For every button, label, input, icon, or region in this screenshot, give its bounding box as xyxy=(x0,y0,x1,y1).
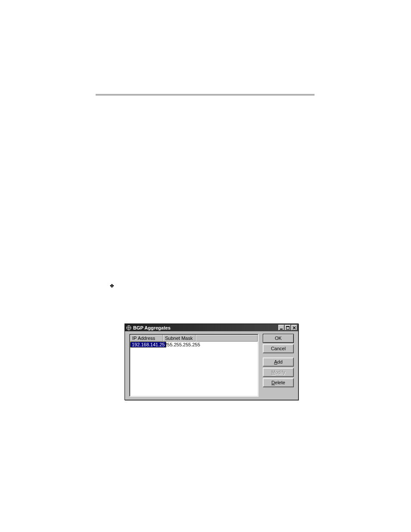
svg-rect-5 xyxy=(286,326,290,327)
close-button[interactable] xyxy=(291,325,297,330)
cancel-button[interactable]: Cancel xyxy=(263,344,294,353)
delete-button[interactable]: Delete xyxy=(263,378,294,387)
modify-button[interactable]: Modify xyxy=(263,368,294,377)
ok-button[interactable]: OK xyxy=(263,334,294,343)
aggregates-listview[interactable]: IP Address Subnet Mask 192.168.141.25 25… xyxy=(129,334,258,397)
column-header-ip[interactable]: IP Address xyxy=(130,335,163,342)
app-icon xyxy=(126,325,132,331)
table-row[interactable]: 192.168.141.25 255.255.255.255 xyxy=(130,342,258,348)
horizontal-rule xyxy=(96,94,314,96)
bullet-diamond-icon: ❖ xyxy=(109,283,115,289)
dialog-body: IP Address Subnet Mask 192.168.141.25 25… xyxy=(125,331,298,400)
svg-rect-3 xyxy=(280,329,283,330)
cell-ip: 192.168.141.25 xyxy=(130,342,166,348)
add-button[interactable]: Add xyxy=(263,358,294,367)
column-header-mask[interactable]: Subnet Mask xyxy=(163,335,196,342)
cell-mask: 255.255.255.255 xyxy=(163,342,202,347)
minimize-button[interactable] xyxy=(278,325,284,330)
titlebar[interactable]: BGP Aggregates xyxy=(125,324,298,331)
maximize-button[interactable] xyxy=(285,325,291,330)
bgp-aggregates-dialog: BGP Aggregates IP Address Subnet Mask xyxy=(125,324,299,400)
button-stack: OK Cancel Add Modify Delete xyxy=(263,334,294,387)
window-controls xyxy=(278,325,297,330)
window-title: BGP Aggregates xyxy=(133,325,278,330)
column-header-blank[interactable] xyxy=(196,335,258,342)
list-header: IP Address Subnet Mask xyxy=(130,335,258,342)
